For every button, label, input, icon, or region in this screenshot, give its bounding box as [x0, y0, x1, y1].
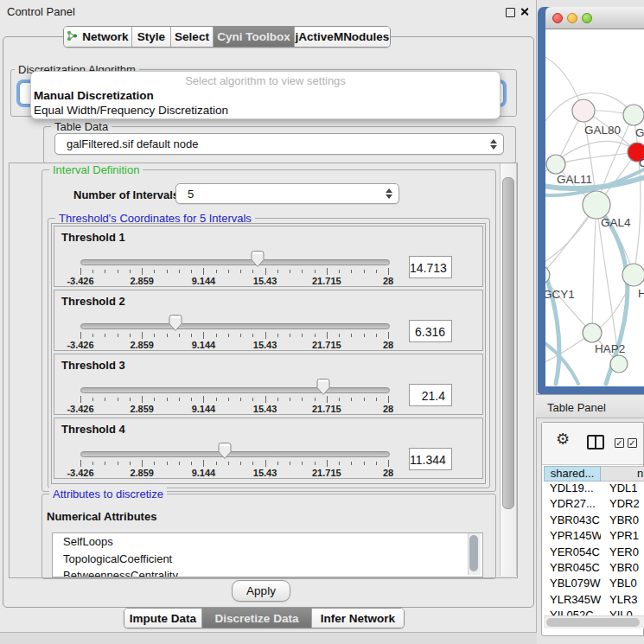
table-row[interactable]: YPR145WYPR1 [544, 529, 644, 545]
table-row[interactable]: YDR27...YDR2 [544, 497, 644, 513]
attributes-scrollbar-thumb[interactable] [469, 535, 478, 571]
attributes-group-title: Attributes to discretize [49, 488, 167, 501]
network-node[interactable] [572, 99, 595, 122]
gear-icon[interactable]: ⚙ [556, 431, 570, 447]
slider-track[interactable] [80, 451, 390, 457]
table-panel-title: Table Panel [547, 401, 606, 414]
table-row[interactable]: YIL052CYIL0 [544, 609, 644, 615]
network-node[interactable] [546, 155, 565, 174]
network-node-label: GAL4 [601, 216, 631, 229]
network-window-titlebar[interactable] [545, 7, 644, 29]
checkbox-icon[interactable]: ✓ [628, 438, 637, 448]
tab-impute-data[interactable]: Impute Data [124, 609, 202, 628]
slider-ticks [80, 459, 388, 468]
cell-name[interactable]: YPR1 [601, 529, 644, 545]
slider-track[interactable] [80, 323, 390, 329]
column-header-shared-name[interactable]: shared... [544, 466, 601, 481]
table-row[interactable]: YER054CYER0 [544, 545, 644, 561]
cell-shared-name[interactable]: YBR043C [544, 513, 601, 529]
cell-name[interactable]: YBR0 [601, 513, 644, 529]
cell-shared-name[interactable]: YDL19... [544, 481, 601, 497]
minimize-traffic-light[interactable] [567, 13, 577, 23]
network-node[interactable] [610, 355, 628, 373]
cell-shared-name[interactable]: YPR145W [544, 529, 601, 545]
slider-scale-labels: -3.4262.8599.14415.4321.71528 [80, 340, 388, 351]
slider-track[interactable] [80, 387, 390, 393]
network-node[interactable] [583, 191, 610, 219]
attribute-list-item[interactable]: SelfLoops [53, 533, 482, 551]
network-node-label: GAL80 [584, 124, 621, 137]
table-header-row: shared... n [544, 466, 644, 481]
tab-discretize-data[interactable]: Discretize Data [202, 609, 312, 628]
attribute-list-item[interactable]: BetweennessCentrality [53, 567, 482, 577]
network-edge [592, 205, 596, 333]
cell-name[interactable]: YDL1 [601, 481, 644, 497]
cell-name[interactable]: YIL0 [601, 609, 644, 615]
table-row[interactable]: YDL19...YDL1 [544, 481, 644, 497]
slider-thumb[interactable] [169, 314, 183, 332]
cell-shared-name[interactable]: YBR045C [544, 561, 601, 577]
attribute-list-item[interactable]: TopologicalCoefficient [53, 551, 482, 568]
cell-shared-name[interactable]: YDR27... [544, 497, 601, 513]
threshold-value-field[interactable]: 6.316 [409, 320, 452, 342]
threshold-slider[interactable]: -3.4262.8599.14415.4321.71528 [80, 312, 388, 351]
tab-infer-network[interactable]: Infer Network [312, 609, 404, 628]
algorithm-popup: Select algorithm to view settings Manual… [30, 71, 501, 119]
apply-button[interactable]: Apply [232, 580, 290, 602]
network-node-label: HAP2 [595, 342, 625, 355]
close-icon[interactable] [520, 7, 529, 16]
cell-shared-name[interactable]: YER054C [544, 545, 601, 561]
close-traffic-light[interactable] [552, 13, 563, 23]
threshold-slider[interactable]: -3.4262.8599.14415.4321.71528 [80, 376, 388, 415]
network-node[interactable] [623, 105, 644, 125]
cell-name[interactable]: YER0 [601, 545, 644, 561]
number-of-intervals-combobox[interactable]: 5 [175, 183, 399, 204]
network-node[interactable] [583, 323, 602, 342]
tab-jactivemnodules[interactable]: jActiveMNodules [295, 27, 390, 47]
cell-name[interactable]: YBR0 [601, 561, 644, 577]
columns-icon[interactable] [587, 435, 604, 450]
top-tab-bar: Network Style Select Cyni Toolbox jActiv… [63, 26, 391, 48]
slider-thumb[interactable] [316, 378, 331, 396]
cell-name[interactable]: YLR3 [601, 593, 644, 609]
cell-shared-name[interactable]: YLR345W [544, 593, 601, 609]
table-hscrollbar-track[interactable] [544, 615, 644, 628]
tab-cyni-toolbox[interactable]: Cyni Toolbox [214, 27, 295, 47]
tab-jactive-label: jActiveMNodules [296, 30, 390, 43]
cell-name[interactable]: YBL0 [601, 577, 644, 592]
popup-option-manual-discretization[interactable]: Manual Discretization [34, 89, 497, 103]
threshold-slider[interactable]: -3.4262.8599.14415.4321.71528 [80, 440, 388, 479]
slider-thumb[interactable] [251, 250, 265, 268]
threshold-value-field[interactable]: 21.4 [409, 384, 452, 406]
table-data-combobox[interactable]: galFiltered.sif default node [54, 133, 504, 155]
zoom-traffic-light[interactable] [582, 13, 592, 23]
numerical-attributes-list[interactable]: SelfLoopsTopologicalCoefficientBetweenne… [52, 532, 483, 577]
column-header-name[interactable]: n [601, 466, 644, 481]
tab-network[interactable]: Network [64, 27, 132, 47]
threshold-label: Threshold 1 [61, 231, 125, 244]
threshold-value-field[interactable]: 11.344 [409, 448, 452, 470]
cell-shared-name[interactable]: YIL052C [544, 609, 601, 615]
threshold-slider[interactable]: -3.4262.8599.14415.4321.71528 [80, 248, 388, 287]
checkbox-icon[interactable]: ✓ [615, 438, 624, 448]
table-row[interactable]: YBR043CYBR0 [544, 513, 644, 529]
cell-shared-name[interactable]: YBL079W [544, 577, 601, 592]
tab-style[interactable]: Style [132, 27, 171, 47]
table-row[interactable]: YLR345WYLR3 [544, 593, 644, 609]
table-hscrollbar-thumb[interactable] [546, 618, 640, 627]
threshold-label: Threshold 4 [61, 423, 125, 436]
network-canvas[interactable]: GAL80GACGAL11GAL4GCY1HHAP2 [545, 29, 644, 386]
slider-thumb[interactable] [218, 442, 233, 460]
table-row[interactable]: YBL079WYBL0 [544, 577, 644, 592]
threshold-label: Threshold 2 [61, 295, 125, 308]
slider-track[interactable] [80, 259, 390, 265]
tab-select[interactable]: Select [171, 27, 214, 47]
vertical-scrollbar-thumb[interactable] [502, 177, 514, 509]
threshold-value-field[interactable]: 14.713 [409, 256, 452, 278]
network-node[interactable] [622, 264, 644, 286]
network-node-label: GCY1 [545, 288, 575, 301]
popup-option-equal-width[interactable]: Equal Width/Frequency Discretization [34, 104, 497, 118]
float-window-icon[interactable] [506, 8, 515, 17]
table-row[interactable]: YBR045CYBR0 [544, 561, 644, 577]
cell-name[interactable]: YDR2 [601, 497, 644, 513]
